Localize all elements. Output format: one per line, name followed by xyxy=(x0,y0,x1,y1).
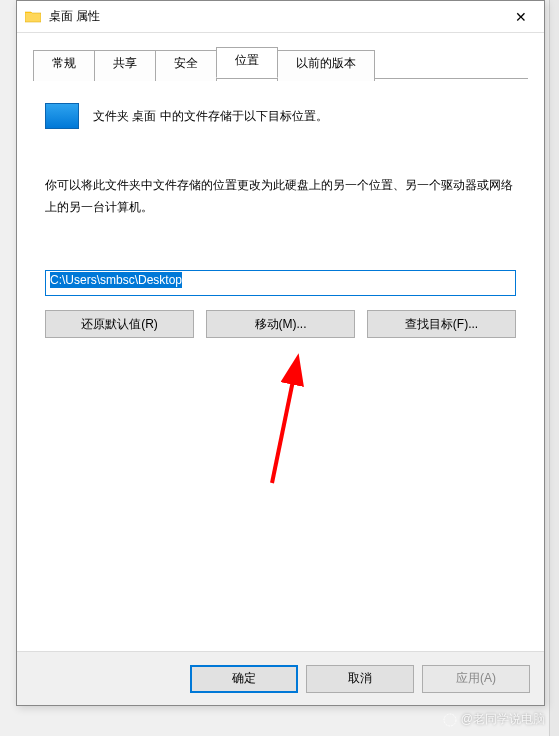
path-input[interactable]: C:\Users\smbsc\Desktop xyxy=(45,270,516,296)
close-button[interactable]: ✕ xyxy=(498,1,544,32)
dialog-footer: 确定 取消 应用(A) xyxy=(17,651,544,705)
close-icon: ✕ xyxy=(515,9,527,25)
tab-sharing[interactable]: 共享 xyxy=(94,50,156,81)
location-help-text: 你可以将此文件夹中文件存储的位置更改为此硬盘上的另一个位置、另一个驱动器或网络上… xyxy=(45,175,516,218)
desktop-icon xyxy=(45,103,79,129)
tab-previous-versions[interactable]: 以前的版本 xyxy=(277,50,375,81)
tab-security[interactable]: 安全 xyxy=(155,50,217,81)
svg-line-1 xyxy=(272,361,297,483)
svg-point-2 xyxy=(444,714,456,726)
watermark-icon xyxy=(443,713,457,727)
properties-dialog: 桌面 属性 ✕ 常规 共享 安全 位置 以前的版本 文件夹 桌面 中的文件存储于… xyxy=(16,0,545,706)
annotation-arrow xyxy=(242,353,322,493)
find-target-button[interactable]: 查找目标(F)... xyxy=(367,310,516,338)
tab-general[interactable]: 常规 xyxy=(33,50,95,81)
watermark: @老同学说电脑 xyxy=(443,711,545,728)
ok-button[interactable]: 确定 xyxy=(190,665,298,693)
tabs: 常规 共享 安全 位置 以前的版本 xyxy=(33,47,528,79)
titlebar: 桌面 属性 ✕ xyxy=(17,1,544,33)
apply-button: 应用(A) xyxy=(422,665,530,693)
tab-content: 文件夹 桌面 中的文件存储于以下目标位置。 你可以将此文件夹中文件存储的位置更改… xyxy=(17,79,544,362)
folder-icon xyxy=(25,9,41,25)
restore-defaults-button[interactable]: 还原默认值(R) xyxy=(45,310,194,338)
window-title: 桌面 属性 xyxy=(49,8,498,25)
cancel-button[interactable]: 取消 xyxy=(306,665,414,693)
tab-location[interactable]: 位置 xyxy=(216,47,278,78)
location-description: 文件夹 桌面 中的文件存储于以下目标位置。 xyxy=(93,108,328,125)
move-button[interactable]: 移动(M)... xyxy=(206,310,355,338)
